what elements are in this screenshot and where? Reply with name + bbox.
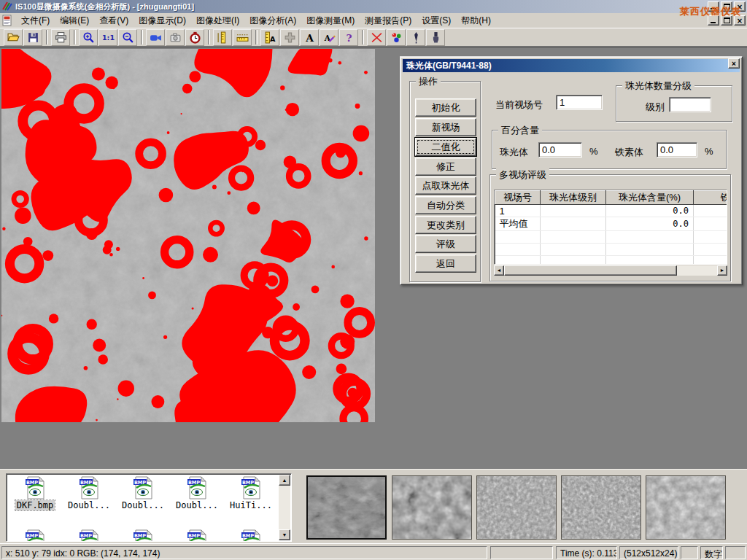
menu-item-settings[interactable]: 设置(S): [417, 14, 456, 28]
file-item[interactable]: BMPDoubl...: [63, 476, 115, 510]
close-icon: ×: [732, 60, 736, 68]
toolbar-separator: [74, 30, 76, 44]
file-item-partial[interactable]: BMP: [63, 529, 115, 542]
change-class-button[interactable]: 更改类别: [415, 216, 476, 234]
grade-button[interactable]: 评级: [415, 235, 476, 253]
arrow-down-icon: ▼: [282, 532, 287, 537]
scroll-right-button[interactable]: ►: [717, 265, 727, 276]
print-icon: [55, 31, 67, 44]
pick-pearlite-button[interactable]: 点取珠光体: [415, 176, 476, 195]
level-input[interactable]: [669, 97, 711, 112]
current-field-input[interactable]: [556, 95, 603, 110]
grading-table[interactable]: 视场号珠光体级别珠光体含量(%)铁素体含量(%)10.0平均值0.0: [494, 190, 727, 265]
pen-tool-button[interactable]: [406, 29, 425, 46]
auto-classify-button[interactable]: 自动分类: [415, 196, 476, 214]
zoom-out-button[interactable]: [118, 29, 137, 46]
video-capture-icon: [150, 31, 162, 44]
table-row[interactable]: [495, 244, 728, 256]
file-list-scrollbar[interactable]: ▲ ▼: [279, 475, 290, 540]
file-name-label: DKF.bmp: [15, 500, 55, 510]
video-capture-button[interactable]: [146, 29, 165, 46]
ruler-horizontal-button[interactable]: [233, 29, 252, 46]
dialog-close-button[interactable]: ×: [728, 58, 740, 69]
text-annotation-button[interactable]: A: [300, 29, 319, 46]
menu-item-image-analysis[interactable]: 图像分析(A): [244, 14, 301, 28]
menu-item-measure-report[interactable]: 测量报告(P): [360, 14, 417, 28]
menu-item-image-process[interactable]: 图像处理(I): [191, 14, 244, 28]
status-bar: x: 510 y: 79 idx: 0 RGB: (174, 174, 174)…: [0, 543, 747, 560]
menu-item-image-display[interactable]: 图像显示(D): [133, 14, 191, 28]
back-button[interactable]: 返回: [415, 254, 476, 273]
file-item-partial[interactable]: BMP: [225, 529, 277, 542]
thumbnail-4[interactable]: [561, 475, 641, 540]
table-row[interactable]: 10.0: [495, 205, 728, 217]
phase-particles-button[interactable]: [387, 29, 406, 46]
menu-item-help[interactable]: 帮助(H): [456, 14, 496, 28]
thumbnail-5[interactable]: [646, 475, 726, 540]
table-row[interactable]: 平均值0.0: [495, 217, 728, 231]
file-browser: BMPDKF.bmpBMPDoubl...BMPDoubl...BMPDoubl…: [6, 473, 292, 542]
thumbnail-2[interactable]: [392, 475, 472, 540]
multi-field-group-label: 多视场评级: [496, 168, 549, 182]
table-hscrollbar[interactable]: ◄ ►: [494, 265, 727, 276]
file-item-partial[interactable]: BMP: [117, 529, 169, 542]
new-field-button[interactable]: 新视场: [415, 118, 476, 136]
merge-regions-button[interactable]: [280, 29, 299, 46]
open-file-button[interactable]: [4, 29, 23, 46]
thumbnail-3[interactable]: [476, 475, 557, 540]
bmp-file-icon: BMP: [185, 476, 209, 499]
zoom-in-button[interactable]: [79, 29, 98, 46]
save-file-button[interactable]: [23, 29, 42, 46]
measure-label-button[interactable]: A: [260, 29, 279, 46]
scroll-up-button[interactable]: ▲: [279, 475, 290, 486]
metallographic-image[interactable]: [1, 49, 375, 422]
actual-size-icon: 1:1: [102, 31, 115, 44]
context-help-icon: ?: [343, 31, 355, 44]
arrow-right-icon: ►: [720, 268, 725, 273]
curve-tool-button[interactable]: [367, 29, 386, 46]
edit-annotation-button[interactable]: A: [320, 29, 338, 46]
brush-tool-icon: [430, 31, 442, 44]
actual-size-button[interactable]: 1:1: [98, 29, 117, 46]
cursor-position-panel: x: 510 y: 79 idx: 0 RGB: (174, 174, 174): [1, 546, 487, 559]
image-dimensions-panel: (512x512x24): [619, 546, 678, 559]
file-item[interactable]: BMPDoubl...: [171, 476, 223, 510]
menu-item-file[interactable]: 文件(F): [16, 14, 55, 28]
scroll-down-button[interactable]: ▼: [279, 529, 290, 540]
scroll-left-button[interactable]: ◄: [494, 265, 504, 276]
bmp-file-icon: BMP: [131, 476, 155, 499]
brush-tool-button[interactable]: [426, 29, 445, 46]
camera-capture-button[interactable]: [166, 29, 185, 46]
bmp-file-icon: BMP: [239, 529, 263, 542]
toolbar-separator: [362, 30, 364, 44]
title-bar: IS100显微摄像系统(金相分析版) - [zhuguangti01] ×: [0, 0, 747, 13]
ruler-horizontal-icon: [236, 31, 249, 44]
ferrite-percent-input[interactable]: [657, 142, 697, 158]
timer-button[interactable]: [185, 29, 204, 46]
file-item[interactable]: BMPDoubl...: [117, 476, 169, 510]
table-row[interactable]: [495, 256, 728, 265]
hscroll-thumb[interactable]: [504, 265, 677, 276]
correct-button[interactable]: 修正: [415, 158, 476, 176]
percent-sign: %: [589, 146, 598, 157]
pearlite-percent-input[interactable]: [538, 142, 582, 158]
dialog-title-bar[interactable]: 珠光体(GB/T9441-88): [403, 59, 740, 72]
table-row[interactable]: [495, 231, 728, 244]
file-item-partial[interactable]: BMP: [9, 529, 61, 542]
bottom-panel: BMPDKF.bmpBMPDoubl...BMPDoubl...BMPDoubl…: [0, 469, 747, 543]
initialize-button[interactable]: 初始化: [415, 98, 476, 117]
menu-item-image-measure[interactable]: 图像测量(M): [301, 14, 360, 28]
caliper-vertical-button[interactable]: [213, 29, 232, 46]
file-item[interactable]: BMPHuiTi...: [225, 476, 277, 510]
context-help-button[interactable]: ?: [339, 29, 358, 46]
document-icon[interactable]: [1, 15, 15, 26]
toolbar-separator: [46, 30, 48, 44]
binarize-button[interactable]: 二值化: [415, 138, 476, 156]
file-item[interactable]: BMPDKF.bmp: [9, 476, 61, 510]
menu-item-view[interactable]: 查看(V): [94, 14, 133, 28]
menu-item-edit[interactable]: 编辑(E): [55, 14, 94, 28]
level-label: 级别: [646, 101, 665, 114]
thumbnail-1[interactable]: [306, 475, 387, 540]
print-button[interactable]: [51, 29, 70, 46]
file-item-partial[interactable]: BMP: [171, 529, 223, 542]
